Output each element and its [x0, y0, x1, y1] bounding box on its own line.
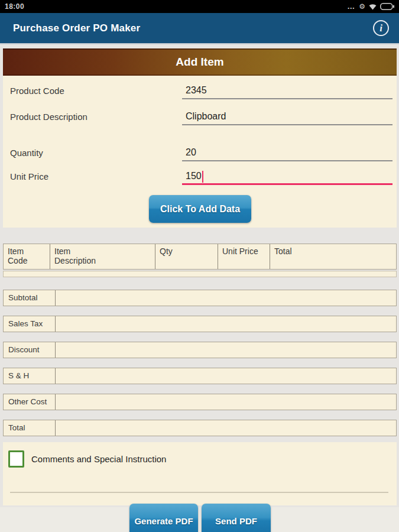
product-code-label: Product Code — [10, 83, 64, 99]
subtotal-label: Subtotal — [4, 290, 56, 306]
summary-row-other-cost: Other Cost — [3, 394, 397, 410]
comments-checkbox[interactable] — [8, 450, 24, 468]
other-cost-value[interactable] — [56, 394, 396, 410]
table-header-total: Total — [270, 244, 396, 269]
table-header-item-description: Item Description — [50, 244, 155, 269]
app-bar: Purchase Order PO Maker i — [0, 13, 399, 44]
status-clock: 18:00 — [5, 2, 24, 11]
info-icon[interactable]: i — [373, 20, 389, 36]
gear-icon: ⚙ — [359, 2, 365, 11]
summary-row-s-and-h: S & H — [3, 368, 397, 384]
other-cost-label: Other Cost — [4, 394, 56, 410]
add-item-title: Add Item — [176, 56, 223, 69]
table-empty-row — [3, 271, 397, 277]
table-header-unit-price: Unit Price — [218, 244, 270, 269]
sales-tax-label: Sales Tax — [4, 316, 56, 332]
form-field-product-code: Product Code 2345 — [3, 83, 397, 99]
total-value[interactable] — [56, 420, 396, 436]
product-description-label: Product Description — [10, 109, 87, 125]
form-field-unit-price: Unit Price 150 — [3, 168, 397, 185]
table-header-item-code: Item Code — [4, 244, 50, 269]
text-cursor — [202, 171, 203, 183]
discount-value[interactable] — [56, 342, 396, 358]
summary-row-discount: Discount — [3, 342, 397, 358]
unit-price-label: Unit Price — [10, 168, 48, 185]
summary-row-sales-tax: Sales Tax — [3, 316, 397, 332]
summary-row-subtotal: Subtotal — [3, 290, 397, 306]
form-field-quantity: Quantity 20 — [3, 145, 397, 161]
subtotal-value[interactable] — [56, 290, 396, 306]
send-pdf-button[interactable]: Send PDF — [202, 504, 271, 532]
summary-row-total: Total — [3, 420, 397, 436]
comments-panel: Comments and Special Instruction — [3, 442, 397, 505]
quantity-input[interactable]: 20 — [182, 145, 392, 161]
total-label: Total — [4, 420, 56, 436]
s-and-h-label: S & H — [4, 368, 56, 384]
discount-label: Discount — [4, 342, 56, 358]
form-field-product-description: Product Description Clipboard — [3, 109, 397, 125]
app-screen: 18:00 … ⚙ Purchase Order PO Maker i Add … — [0, 0, 399, 532]
comments-label: Comments and Special Instruction — [31, 450, 166, 468]
add-item-banner: Add Item — [3, 48, 397, 76]
product-code-input[interactable]: 2345 — [182, 83, 392, 99]
comments-input[interactable] — [10, 492, 388, 493]
product-description-input[interactable]: Clipboard — [182, 109, 392, 125]
unit-price-input[interactable]: 150 — [182, 168, 392, 185]
quantity-label: Quantity — [10, 145, 43, 161]
footer-strip — [0, 507, 399, 532]
sales-tax-value[interactable] — [56, 316, 396, 332]
add-item-form: Product Code 2345 Product Description Cl… — [3, 76, 397, 228]
battery-icon — [380, 3, 394, 10]
app-title: Purchase Order PO Maker — [13, 22, 140, 34]
generate-pdf-button[interactable]: Generate PDF — [129, 504, 198, 532]
status-bar: 18:00 … ⚙ — [0, 0, 399, 13]
s-and-h-value[interactable] — [56, 368, 396, 384]
table-header-qty: Qty — [155, 244, 218, 269]
status-icons: … ⚙ — [347, 2, 394, 11]
click-to-add-data-button[interactable]: Click To Add Data — [149, 195, 251, 223]
items-table-header: Item Code Item Description Qty Unit Pric… — [3, 244, 397, 270]
signal-strength-icon: … — [347, 4, 355, 9]
wifi-icon — [369, 4, 377, 10]
unit-price-value: 150 — [186, 171, 202, 181]
